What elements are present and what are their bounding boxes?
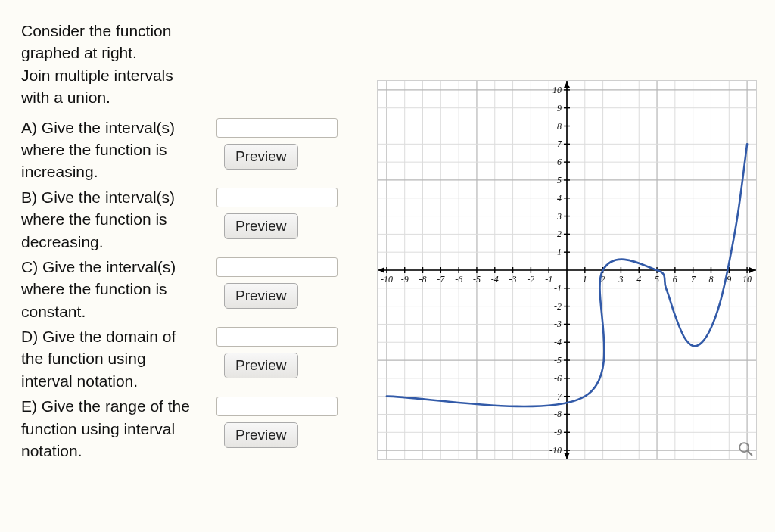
svg-text:3: 3 (618, 274, 623, 285)
svg-text:9: 9 (557, 103, 562, 114)
svg-text:-8: -8 (554, 409, 562, 419)
question-b: B) Give the interval(s) where the functi… (21, 186, 377, 253)
svg-text:-1: -1 (554, 283, 562, 294)
preview-b-button[interactable]: Preview (224, 213, 298, 239)
answer-d-input[interactable] (216, 327, 338, 347)
svg-text:-2: -2 (527, 274, 534, 285)
question-e-label: E) Give the range of the function using … (21, 395, 203, 462)
answer-c-input[interactable] (216, 257, 338, 277)
svg-text:3: 3 (556, 211, 562, 222)
intro-text: Consider the function graphed at right.J… (21, 20, 203, 109)
svg-text:6: 6 (557, 157, 562, 167)
svg-text:-3: -3 (509, 274, 517, 285)
svg-text:7: 7 (691, 274, 696, 285)
svg-text:10: 10 (742, 274, 752, 285)
svg-text:8: 8 (708, 274, 713, 285)
question-b-label: B) Give the interval(s) where the functi… (21, 186, 203, 253)
question-e: E) Give the range of the function using … (21, 395, 377, 462)
svg-marker-127 (564, 453, 570, 459)
svg-marker-125 (378, 267, 384, 273)
svg-text:4: 4 (636, 274, 641, 285)
svg-text:-8: -8 (419, 274, 427, 285)
preview-c-button[interactable]: Preview (224, 283, 298, 309)
question-d: D) Give the domain of the function using… (21, 325, 377, 392)
question-c-label: C) Give the interval(s) where the functi… (21, 256, 203, 322)
svg-marker-124 (749, 267, 755, 273)
svg-text:-3: -3 (554, 319, 562, 329)
svg-text:-10: -10 (549, 445, 562, 456)
question-a-label: A) Give the interval(s) where the functi… (21, 117, 203, 183)
svg-text:6: 6 (673, 274, 677, 285)
svg-text:7: 7 (557, 138, 562, 149)
svg-text:-5: -5 (473, 274, 481, 285)
preview-e-button[interactable]: Preview (224, 422, 298, 448)
svg-text:1: 1 (557, 247, 562, 257)
preview-a-button[interactable]: Preview (224, 144, 298, 170)
svg-text:-6: -6 (554, 373, 562, 384)
question-c: C) Give the interval(s) where the functi… (21, 256, 377, 322)
svg-text:-9: -9 (401, 274, 409, 285)
svg-text:-5: -5 (554, 355, 562, 366)
answer-a-input[interactable] (216, 118, 338, 138)
question-d-label: D) Give the domain of the function using… (21, 325, 203, 392)
svg-marker-126 (564, 82, 570, 88)
svg-text:1: 1 (583, 274, 587, 285)
svg-text:-6: -6 (455, 274, 462, 285)
answer-b-input[interactable] (216, 188, 338, 207)
svg-text:-7: -7 (554, 391, 562, 402)
svg-text:-4: -4 (554, 337, 562, 347)
svg-text:2: 2 (557, 229, 562, 239)
svg-text:5: 5 (557, 175, 562, 185)
function-graph: -10-9-8-7-6-5-4-3-2-112345678910-10-9-8-… (377, 80, 757, 460)
answer-e-input[interactable] (216, 397, 338, 416)
svg-text:-7: -7 (437, 274, 445, 285)
svg-text:10: 10 (552, 85, 562, 95)
svg-text:-2: -2 (554, 301, 562, 312)
svg-text:5: 5 (655, 274, 659, 285)
svg-text:8: 8 (557, 121, 562, 132)
svg-text:-9: -9 (554, 427, 562, 437)
svg-text:4: 4 (557, 193, 562, 204)
question-a: A) Give the interval(s) where the functi… (21, 117, 377, 183)
svg-text:-10: -10 (381, 274, 393, 285)
preview-d-button[interactable]: Preview (224, 353, 298, 378)
svg-text:-1: -1 (545, 274, 552, 285)
svg-text:-4: -4 (491, 274, 499, 285)
